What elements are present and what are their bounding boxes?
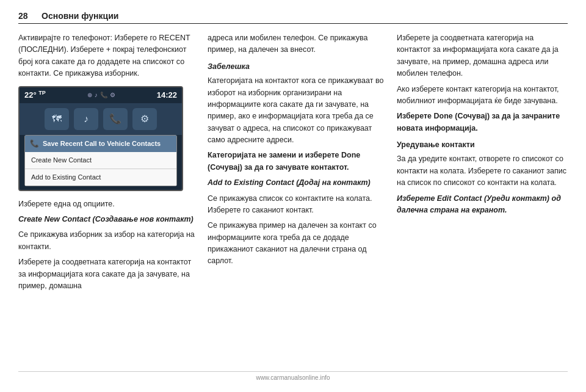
screen-status-left: 22° TP bbox=[24, 89, 46, 101]
create-new-label: Create New Contact (Создавање нов контак… bbox=[18, 214, 195, 225]
screen-settings-btn[interactable]: ⚙ bbox=[132, 108, 157, 130]
footer-bar: www.carmanualsonline.info bbox=[18, 371, 568, 381]
audio-icon: ♪ bbox=[95, 90, 98, 100]
col-middle: адреса или мобилен телефон. Се прикажува… bbox=[208, 32, 385, 365]
col-right: Изберете ја соодветната категорија на ко… bbox=[397, 32, 568, 365]
add-existing-text1: Се прикажува список со контактите на кол… bbox=[208, 193, 385, 217]
popup-icon: 📞 bbox=[30, 138, 39, 150]
screen-status-bar: 22° TP ⊕ ♪ 📞 ⚙ 14:22 bbox=[20, 87, 182, 103]
intro-text: Активирајте го телефонот: Изберете го RE… bbox=[18, 32, 195, 80]
after-screen-text: Изберете една од опциите. bbox=[18, 198, 195, 210]
add-existing-contact-option[interactable]: Add to Existing Contact bbox=[25, 169, 176, 186]
phone-icon: 📞 bbox=[100, 90, 107, 100]
add-existing-contact-label: Add to Existing Contact (Додај на контак… bbox=[208, 178, 371, 187]
screen-popup-title: 📞 Save Recent Call to Vehicle Contacts bbox=[25, 136, 176, 152]
screen-phone-btn[interactable]: 📞 bbox=[103, 108, 128, 130]
page-number: 28 bbox=[18, 11, 42, 21]
create-new-text: Се прикажува изборник за избор на катего… bbox=[18, 229, 195, 253]
content-columns: Активирајте го телефонот: Изберете го RE… bbox=[18, 32, 568, 365]
create-new-contact-option[interactable]: Create New Contact bbox=[25, 152, 176, 169]
footer-url: www.carmanualsonline.info bbox=[256, 374, 330, 381]
bold-text: Категоријата не замени и изберете Done (… bbox=[208, 150, 385, 173]
done-bold-label: Изберете Done (Сочувај) за да ја зачрани… bbox=[397, 112, 560, 132]
screen-nav-btn[interactable]: 🗺 bbox=[45, 108, 69, 130]
page-header: 28 Основни функции bbox=[18, 11, 568, 24]
settings-icon: ⚙ bbox=[110, 90, 115, 100]
page-container: 28 Основни функции Активирајте го телефо… bbox=[0, 0, 586, 392]
zabeleska-heading: Забелешка bbox=[208, 61, 385, 73]
page-title: Основни функции bbox=[42, 11, 568, 21]
edit-contact-label: Изберете Edit Contact (Уреди контакт) од… bbox=[397, 193, 568, 217]
continued-text: адреса или мобилен телефон. Се прикажува… bbox=[208, 32, 385, 56]
screen-main-area: 🗺 ♪ 📞 ⚙ bbox=[20, 103, 182, 135]
screen-audio-btn[interactable]: ♪ bbox=[74, 108, 98, 130]
screen-status-icons: ⊕ ♪ 📞 ⚙ bbox=[87, 90, 115, 100]
create-new-contact-label: Create New Contact (Создавање нов контак… bbox=[18, 215, 194, 223]
screen-popup: 📞 Save Recent Call to Vehicle Contacts C… bbox=[24, 135, 177, 186]
add-existing-label: Add to Existing Contact (Додај на контак… bbox=[208, 177, 385, 189]
done-label: Изберете Done (Сочувај) за да ја зачрани… bbox=[397, 111, 568, 134]
ureduvanje-text1: За да уредите контакт, отворете го списо… bbox=[397, 153, 568, 189]
screen-mockup: 22° TP ⊕ ♪ 📞 ⚙ 14:22 🗺 ♪ 📞 bbox=[18, 86, 183, 191]
add-existing-text2: Се прикажува пример на далечен за контак… bbox=[208, 220, 385, 267]
screen-temp: 22° TP bbox=[24, 89, 46, 101]
ureduvanje-heading: Уредување контакти bbox=[397, 139, 568, 151]
nav-icon: ⊕ bbox=[87, 90, 92, 100]
screen-time: 14:22 bbox=[157, 89, 177, 101]
note-text: Изберете ја соодветната категорија на ко… bbox=[18, 256, 195, 292]
right-text2: Ако изберете контакт категорија на конта… bbox=[397, 84, 568, 107]
edit-contact-italic: Изберете Edit Contact (Уреди контакт) од… bbox=[397, 194, 561, 214]
zabeleska-text: Категоријата на контактот кога се прикаж… bbox=[208, 75, 385, 146]
right-text1: Изберете ја соодветната категорија на ко… bbox=[397, 32, 568, 80]
col-left: Активирајте го телефонот: Изберете го RE… bbox=[18, 32, 195, 365]
